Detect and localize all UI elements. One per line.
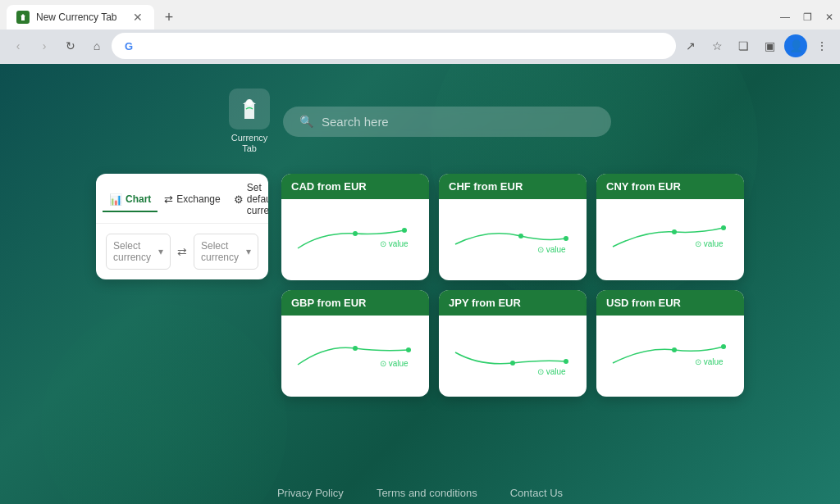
svg-point-9 bbox=[721, 225, 726, 230]
terms-conditions-link[interactable]: Terms and conditions bbox=[377, 487, 477, 499]
search-icon: 🔍 bbox=[299, 115, 313, 128]
nav-bar: ‹ › ↻ ⌂ G ↗ ☆ ❏ ▣ 👤 ⋮ bbox=[0, 30, 840, 64]
google-logo: G bbox=[121, 39, 136, 53]
logo: Currency Tab bbox=[229, 89, 270, 154]
new-tab-button[interactable]: + bbox=[158, 6, 180, 29]
toolbar-icons: ↗ ☆ ❏ ▣ 👤 ⋮ bbox=[679, 34, 833, 57]
svg-point-11 bbox=[353, 346, 358, 351]
active-tab[interactable]: New Currency Tab ✕ bbox=[7, 5, 154, 30]
tab-chart[interactable]: 📊 Chart bbox=[103, 185, 158, 212]
svg-text:⊙ value: ⊙ value bbox=[380, 359, 409, 368]
main-area: 📊 Chart ⇄ Exchange ⚙ Set default currenc… bbox=[96, 174, 744, 397]
card-jpy-body: ⊙ value bbox=[439, 316, 587, 397]
contact-us-link[interactable]: Contact Us bbox=[510, 487, 563, 499]
home-button[interactable]: ⌂ bbox=[85, 34, 108, 57]
card-chf-body: ⊙ value bbox=[439, 199, 587, 280]
address-input[interactable] bbox=[141, 40, 666, 52]
default-tab-icon: ⚙ bbox=[234, 193, 244, 206]
card-chf-header: CHF from EUR bbox=[439, 174, 587, 199]
card-cad-header: CAD from EUR bbox=[281, 174, 429, 199]
card-cad-chart: ⊙ value bbox=[288, 216, 422, 265]
window-controls: — ❐ ✕ bbox=[780, 11, 833, 23]
minimize-button[interactable]: — bbox=[780, 11, 790, 23]
exchange-tab-icon: ⇄ bbox=[164, 193, 173, 206]
tab-close-button[interactable]: ✕ bbox=[131, 11, 144, 24]
logo-icon bbox=[229, 89, 270, 129]
svg-text:⊙ value: ⊙ value bbox=[380, 239, 409, 248]
tab-default-currency[interactable]: ⚙ Set default currency bbox=[227, 174, 268, 223]
select-from-placeholder: Select currency bbox=[113, 240, 158, 263]
back-button[interactable]: ‹ bbox=[7, 34, 30, 57]
card-cad-body: ⊙ value bbox=[281, 199, 429, 280]
share-icon[interactable]: ↗ bbox=[679, 34, 702, 57]
svg-text:⊙ value: ⊙ value bbox=[695, 357, 724, 366]
card-jpy[interactable]: JPY from EUR ⊙ value bbox=[439, 290, 587, 397]
logo-text: Currency Tab bbox=[231, 133, 268, 154]
tab-bar: New Currency Tab ✕ + bbox=[7, 5, 180, 30]
tab-title: New Currency Tab bbox=[36, 11, 116, 23]
footer: Privacy Policy Terms and conditions Cont… bbox=[0, 477, 840, 504]
search-placeholder: Search here bbox=[322, 115, 389, 129]
tab-favicon bbox=[16, 11, 30, 24]
page-content: Currency Tab 🔍 Search here 📊 Chart ⇄ Exc… bbox=[0, 64, 840, 504]
header-area: Currency Tab 🔍 Search here bbox=[229, 89, 611, 154]
card-cny-body: ⊙ value bbox=[596, 199, 744, 280]
svg-point-5 bbox=[518, 234, 523, 238]
swap-icon[interactable]: ⇄ bbox=[177, 245, 187, 258]
svg-text:⊙ value: ⊙ value bbox=[537, 245, 566, 254]
chevron-down-icon: ▾ bbox=[158, 246, 163, 257]
card-cny[interactable]: CNY from EUR ⊙ value bbox=[596, 174, 744, 280]
svg-point-0 bbox=[22, 15, 24, 16]
chart-tab-label: Chart bbox=[126, 193, 151, 205]
svg-text:⊙ value: ⊙ value bbox=[695, 239, 724, 248]
search-bar[interactable]: 🔍 Search here bbox=[283, 107, 611, 137]
card-usd-chart: ⊙ value bbox=[603, 332, 737, 381]
panel-body: Select currency ▾ ⇄ Select currency ▾ bbox=[96, 224, 268, 279]
tab-exchange[interactable]: ⇄ Exchange bbox=[158, 185, 226, 212]
select-to-placeholder: Select currency bbox=[201, 240, 246, 263]
forward-button[interactable]: › bbox=[33, 34, 56, 57]
svg-point-17 bbox=[672, 347, 677, 352]
card-usd[interactable]: USD from EUR ⊙ value bbox=[596, 290, 744, 397]
card-chf[interactable]: CHF from EUR ⊙ value bbox=[439, 174, 587, 280]
card-cad[interactable]: CAD from EUR ⊙ value bbox=[281, 174, 429, 280]
reload-button[interactable]: ↻ bbox=[59, 34, 82, 57]
svg-point-2 bbox=[353, 231, 358, 236]
card-usd-body: ⊙ value bbox=[596, 316, 744, 397]
menu-icon[interactable]: ⋮ bbox=[810, 34, 833, 57]
card-cny-header: CNY from EUR bbox=[596, 174, 744, 199]
card-jpy-header: JPY from EUR bbox=[439, 290, 587, 316]
select-currency-to[interactable]: Select currency ▾ bbox=[194, 234, 258, 270]
currency-cards-grid: CAD from EUR ⊙ value CHF from EUR bbox=[281, 174, 744, 397]
exchange-tab-label: Exchange bbox=[176, 193, 220, 205]
extensions-icon[interactable]: ❏ bbox=[732, 34, 755, 57]
card-gbp[interactable]: GBP from EUR ⊙ value bbox=[281, 290, 429, 397]
chart-tab-icon: 📊 bbox=[109, 193, 122, 206]
card-cny-chart: ⊙ value bbox=[603, 216, 737, 265]
svg-point-18 bbox=[721, 344, 726, 349]
svg-point-14 bbox=[510, 361, 515, 366]
address-bar[interactable]: G bbox=[112, 33, 676, 59]
title-bar: New Currency Tab ✕ + — ❐ ✕ bbox=[0, 0, 840, 30]
svg-point-3 bbox=[402, 228, 407, 233]
sidebar-icon[interactable]: ▣ bbox=[758, 34, 781, 57]
card-chf-chart: ⊙ value bbox=[445, 216, 580, 265]
maximize-button[interactable]: ❐ bbox=[803, 11, 812, 23]
svg-point-6 bbox=[564, 236, 568, 241]
card-jpy-chart: ⊙ value bbox=[445, 332, 580, 381]
svg-point-12 bbox=[406, 347, 411, 352]
card-gbp-chart: ⊙ value bbox=[288, 332, 422, 381]
svg-point-8 bbox=[672, 229, 677, 234]
card-gbp-body: ⊙ value bbox=[281, 316, 429, 397]
bookmark-icon[interactable]: ☆ bbox=[705, 34, 728, 57]
panel-tabs: 📊 Chart ⇄ Exchange ⚙ Set default currenc… bbox=[96, 174, 268, 224]
chevron-down-icon-2: ▾ bbox=[246, 246, 251, 257]
privacy-policy-link[interactable]: Privacy Policy bbox=[277, 487, 344, 499]
default-tab-label: Set default currency bbox=[247, 182, 268, 216]
browser-chrome: New Currency Tab ✕ + — ❐ ✕ ‹ › ↻ ⌂ G ↗ ☆… bbox=[0, 0, 840, 64]
profile-icon[interactable]: 👤 bbox=[784, 34, 807, 57]
svg-point-1 bbox=[246, 99, 253, 106]
select-currency-from[interactable]: Select currency ▾ bbox=[106, 234, 171, 270]
svg-text:⊙ value: ⊙ value bbox=[537, 367, 566, 376]
close-button[interactable]: ✕ bbox=[825, 11, 833, 23]
